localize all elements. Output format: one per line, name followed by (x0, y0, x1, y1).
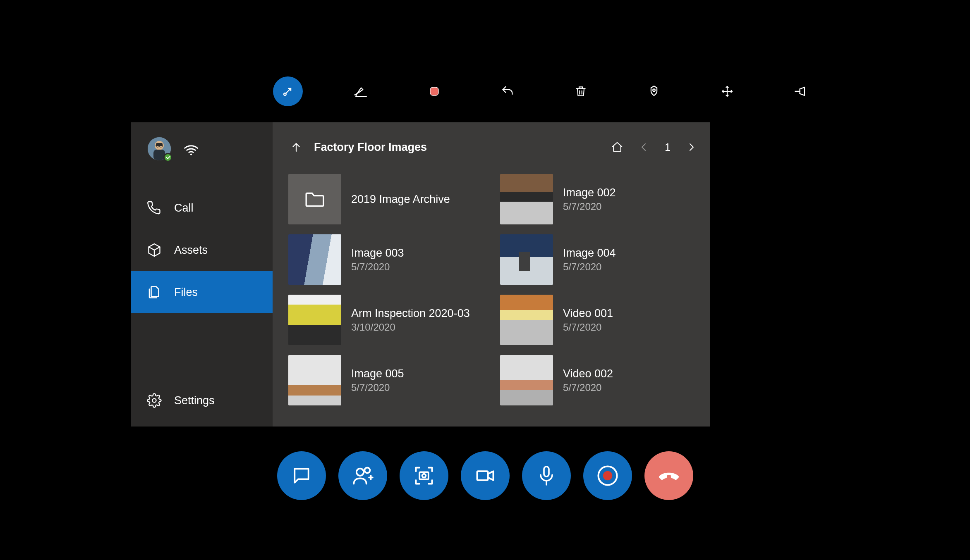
file-name: 2019 Image Archive (351, 193, 450, 206)
svg-point-14 (422, 474, 426, 478)
file-item-folder[interactable]: 2019 Image Archive (288, 173, 488, 226)
file-name: Video 001 (563, 307, 613, 320)
gear-icon (147, 393, 162, 408)
svg-rect-16 (544, 467, 549, 477)
undo-button[interactable] (493, 76, 522, 106)
files-panel: Call Assets Files (131, 122, 710, 427)
file-name: Video 002 (563, 367, 613, 380)
file-item[interactable]: Arm Inspection 2020-03 3/10/2020 (288, 293, 488, 346)
target-button[interactable] (639, 76, 669, 106)
file-name: Image 005 (351, 367, 404, 380)
sidebar-item-label: Settings (174, 394, 215, 407)
add-participant-button[interactable] (338, 451, 387, 500)
svg-point-9 (190, 154, 192, 155)
box-icon (147, 243, 162, 257)
home-button[interactable] (611, 141, 623, 153)
file-name: Image 002 (563, 186, 616, 199)
avatar[interactable] (148, 137, 171, 160)
presence-available-icon (163, 153, 172, 162)
file-item[interactable]: Image 002 5/7/2020 (500, 173, 699, 226)
sidebar-item-settings[interactable]: Settings (131, 379, 273, 422)
svg-rect-1 (430, 87, 438, 95)
record-button[interactable] (583, 451, 632, 500)
svg-point-10 (153, 399, 156, 403)
file-date: 5/7/2020 (351, 382, 404, 393)
file-date: 5/7/2020 (563, 382, 613, 393)
folder-icon (288, 174, 341, 224)
svg-point-2 (653, 89, 655, 91)
ink-tool-button[interactable] (346, 76, 376, 106)
up-folder-button[interactable] (290, 141, 302, 153)
chat-icon (291, 465, 312, 486)
people-add-icon (352, 465, 374, 486)
microphone-icon (536, 465, 556, 487)
file-date: 5/7/2020 (563, 201, 616, 212)
file-item[interactable]: Image 005 5/7/2020 (288, 354, 488, 407)
thumbnail (500, 174, 553, 224)
hangup-icon (657, 464, 681, 488)
content-header: Factory Floor Images 1 (273, 122, 710, 164)
page-number: 1 (665, 141, 671, 153)
call-controls (277, 451, 693, 500)
thumbnail (500, 355, 553, 405)
file-item[interactable]: Image 004 5/7/2020 (500, 233, 699, 286)
file-item[interactable]: Video 001 5/7/2020 (500, 293, 699, 346)
sidebar: Call Assets Files (131, 122, 273, 427)
video-button[interactable] (461, 451, 510, 500)
file-date: 5/7/2020 (563, 261, 616, 273)
sidebar-item-label: Assets (174, 244, 208, 257)
files-icon (147, 285, 162, 300)
file-name: Image 004 (563, 247, 616, 260)
record-icon (596, 465, 619, 487)
next-page-button[interactable] (686, 141, 696, 153)
svg-point-18 (603, 471, 612, 481)
delete-button[interactable] (566, 76, 596, 106)
file-date: 5/7/2020 (351, 261, 404, 273)
pin-button[interactable] (786, 76, 815, 106)
sidebar-item-assets[interactable]: Assets (131, 229, 273, 271)
sidebar-item-files[interactable]: Files (131, 271, 273, 313)
file-grid: 2019 Image Archive Image 002 5/7/2020 Im… (273, 164, 710, 427)
snapshot-button[interactable] (400, 451, 448, 500)
annotation-toolbar (273, 76, 815, 106)
svg-rect-15 (477, 471, 488, 480)
sidebar-item-label: Call (174, 202, 194, 214)
profile-row (131, 122, 273, 173)
sidebar-item-label: Files (174, 286, 198, 299)
file-item[interactable]: Image 003 5/7/2020 (288, 233, 488, 286)
prev-page-button[interactable] (639, 141, 649, 153)
thumbnail (500, 234, 553, 285)
file-date: 5/7/2020 (563, 322, 613, 333)
shape-tool-button[interactable] (419, 76, 449, 106)
camera-capture-icon (413, 465, 435, 486)
pointer-tool-button[interactable] (273, 76, 303, 106)
video-icon (474, 465, 496, 486)
file-name: Image 003 (351, 247, 404, 260)
content-area: Factory Floor Images 1 (273, 122, 710, 427)
folder-title: Factory Floor Images (314, 141, 427, 154)
svg-point-0 (284, 93, 286, 95)
sidebar-item-call[interactable]: Call (131, 187, 273, 229)
file-item[interactable]: Video 002 5/7/2020 (500, 354, 699, 407)
svg-point-12 (364, 468, 370, 473)
file-date: 3/10/2020 (351, 322, 470, 333)
file-name: Arm Inspection 2020-03 (351, 307, 470, 320)
network-status-icon (182, 142, 200, 156)
thumbnail (500, 295, 553, 345)
chat-button[interactable] (277, 451, 326, 500)
thumbnail (288, 234, 341, 285)
hangup-button[interactable] (644, 451, 693, 500)
phone-icon (147, 200, 162, 215)
svg-point-11 (356, 469, 363, 476)
thumbnail (288, 355, 341, 405)
thumbnail (288, 295, 341, 345)
move-button[interactable] (712, 76, 742, 106)
mic-button[interactable] (522, 451, 571, 500)
